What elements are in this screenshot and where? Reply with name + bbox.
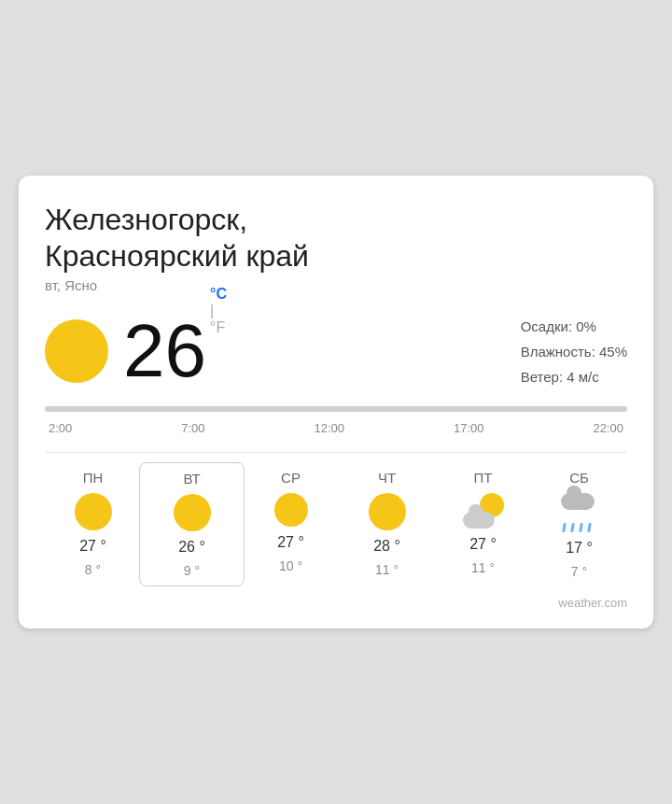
main-weather-row: 26 °C | °F Осадки: 0% Влажность: 45% Вет…	[45, 314, 627, 389]
temperature-value: 26	[123, 314, 206, 388]
forecast-day-sat[interactable]: СБ 17 ° 7 °	[531, 470, 627, 579]
forecast-day-wed[interactable]: СР 27 ° 10 °	[243, 470, 339, 579]
humidity-label: Влажность: 45%	[521, 339, 627, 364]
day-label-thu: ЧТ	[378, 470, 396, 486]
temp-low-sat: 7 °	[571, 564, 587, 579]
time-label-3: 17:00	[454, 421, 484, 435]
temp-low-thu: 11 °	[375, 562, 399, 577]
temp-low-mon: 8 °	[85, 562, 101, 577]
forecast-icon-wed	[274, 493, 308, 527]
day-label-wed: СР	[281, 470, 301, 486]
timeline-section: 2:00 7:00 12:00 17:00 22:00	[45, 406, 627, 435]
weather-card: Железногорск, Красноярский край вт, Ясно…	[19, 176, 653, 628]
timeline-bar[interactable]	[45, 406, 627, 412]
source-label: weather.com	[558, 596, 627, 610]
city-line2: Красноярский край	[45, 239, 309, 273]
celsius-unit[interactable]: °C	[210, 286, 227, 303]
forecast-day-mon[interactable]: ПН 27 ° 8 °	[45, 470, 141, 579]
footer: weather.com	[45, 596, 627, 610]
time-label-4: 22:00	[593, 421, 623, 435]
weather-details: Осадки: 0% Влажность: 45% Ветер: 4 м/с	[521, 314, 627, 389]
section-divider	[45, 452, 627, 453]
forecast-day-tue[interactable]: ВТ 26 ° 9 °	[139, 462, 245, 586]
unit-separator: |	[210, 303, 227, 319]
city-section: Железногорск, Красноярский край вт, Ясно	[45, 202, 627, 293]
current-weather-icon	[45, 319, 108, 383]
forecast-icon-sat	[559, 493, 600, 532]
temp-high-wed: 27 °	[277, 534, 304, 551]
forecast-icon-fri	[463, 493, 504, 529]
temperature-section: 26 °C | °F	[45, 314, 227, 388]
timeline-labels: 2:00 7:00 12:00 17:00 22:00	[45, 421, 627, 435]
day-label-mon: ПН	[83, 470, 104, 486]
time-label-2: 12:00	[314, 421, 344, 435]
forecast-row: ПН 27 ° 8 ° ВТ 26 ° 9 ° СР 27 ° 10 ° ЧТ …	[45, 470, 627, 579]
day-label-sat: СБ	[569, 470, 589, 486]
forecast-icon-mon	[75, 493, 112, 530]
day-label-fri: ПТ	[474, 470, 493, 486]
temp-high-mon: 27 °	[79, 538, 106, 555]
forecast-day-fri[interactable]: ПТ 27 ° 11 °	[435, 470, 531, 579]
temp-high-sat: 17 °	[566, 540, 593, 557]
time-label-0: 2:00	[49, 421, 72, 435]
forecast-icon-thu	[369, 493, 406, 530]
city-line1: Железногорск,	[45, 203, 247, 236]
precipitation-label: Осадки: 0%	[521, 314, 627, 339]
fahrenheit-unit[interactable]: °F	[210, 319, 227, 336]
city-name: Железногорск, Красноярский край	[45, 202, 627, 274]
temp-high-thu: 28 °	[373, 538, 400, 555]
forecast-icon-tue	[174, 494, 211, 531]
temp-low-tue: 9 °	[184, 563, 200, 578]
unit-switch[interactable]: °C | °F	[210, 286, 227, 336]
condition-subtitle: вт, Ясно	[45, 277, 627, 293]
day-label-tue: ВТ	[183, 471, 200, 487]
temp-low-wed: 10 °	[279, 558, 302, 573]
wind-label: Ветер: 4 м/с	[521, 364, 627, 389]
temp-high-tue: 26 °	[178, 539, 205, 556]
forecast-day-thu[interactable]: ЧТ 28 ° 11 °	[339, 470, 435, 579]
time-label-1: 7:00	[181, 421, 204, 435]
temp-high-fri: 27 °	[469, 536, 497, 553]
temp-low-fri: 11 °	[471, 560, 495, 575]
